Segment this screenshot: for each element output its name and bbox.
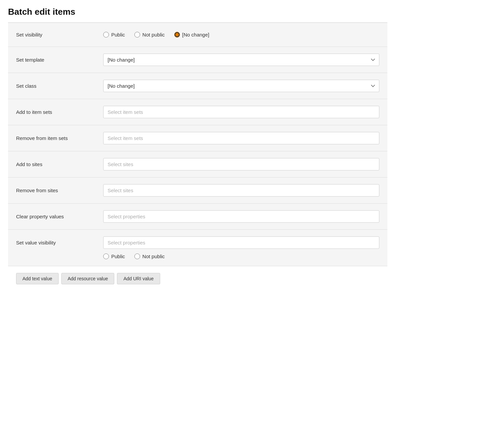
add-uri-value-button[interactable]: Add URI value (117, 273, 160, 284)
class-section: Set class [No change] (8, 73, 387, 99)
visibility-no-change-option[interactable]: [No change] (174, 32, 209, 38)
set-value-visibility-input-wrapper (103, 236, 379, 249)
visibility-public-option[interactable]: Public (103, 32, 125, 38)
visibility-public-radio[interactable] (103, 32, 109, 38)
visibility-public-label: Public (111, 32, 125, 38)
clear-property-section: Clear property values (8, 204, 387, 230)
add-resource-value-button[interactable]: Add resource value (61, 273, 115, 284)
set-value-visibility-input[interactable] (103, 236, 379, 249)
set-value-visibility-section: Set value visibility Public Not public (8, 230, 387, 266)
add-sites-input[interactable] (103, 158, 379, 170)
remove-sites-content (103, 184, 379, 197)
remove-sites-label: Remove from sites (16, 188, 103, 193)
add-text-value-button[interactable]: Add text value (16, 273, 59, 284)
page-title: Batch edit items (8, 7, 387, 17)
set-value-visibility-radios: Public Not public (16, 254, 379, 259)
add-item-sets-label: Add to item sets (16, 109, 103, 115)
class-content: [No change] (103, 80, 379, 92)
add-sites-content (103, 158, 379, 170)
sv-public-option[interactable]: Public (103, 254, 125, 259)
visibility-label: Set visibility (16, 32, 103, 38)
class-select[interactable]: [No change] (103, 80, 379, 92)
remove-item-sets-label: Remove from item sets (16, 135, 103, 141)
visibility-radio-group: Public Not public [No change] (103, 32, 379, 38)
sv-public-radio[interactable] (103, 254, 109, 259)
visibility-options: Public Not public [No change] (103, 32, 379, 38)
set-value-visibility-top: Set value visibility (16, 236, 379, 249)
visibility-no-change-label: [No change] (182, 32, 209, 38)
set-value-visibility-label: Set value visibility (16, 240, 103, 245)
sv-public-label: Public (111, 254, 125, 259)
clear-property-label: Clear property values (16, 214, 103, 219)
sv-not-public-label: Not public (142, 254, 165, 259)
remove-item-sets-content (103, 132, 379, 144)
template-select[interactable]: [No change] (103, 54, 379, 66)
remove-sites-section: Remove from sites (8, 177, 387, 204)
template-content: [No change] (103, 54, 379, 66)
add-sites-label: Add to sites (16, 161, 103, 167)
sv-not-public-radio[interactable] (134, 254, 140, 259)
template-section: Set template [No change] (8, 47, 387, 73)
visibility-section: Set visibility Public Not public [No cha… (8, 23, 387, 47)
visibility-no-change-radio[interactable] (174, 32, 180, 38)
clear-property-content (103, 210, 379, 223)
clear-property-input[interactable] (103, 210, 379, 223)
add-item-sets-section: Add to item sets (8, 99, 387, 125)
add-sites-section: Add to sites (8, 151, 387, 177)
visibility-not-public-option[interactable]: Not public (134, 32, 165, 38)
visibility-not-public-label: Not public (142, 32, 165, 38)
remove-sites-input[interactable] (103, 184, 379, 197)
remove-item-sets-input[interactable] (103, 132, 379, 144)
add-item-sets-content (103, 106, 379, 118)
sv-radio-group: Public Not public (103, 254, 379, 259)
class-label: Set class (16, 83, 103, 89)
template-label: Set template (16, 57, 103, 63)
add-item-sets-input[interactable] (103, 106, 379, 118)
remove-item-sets-section: Remove from item sets (8, 125, 387, 151)
sv-not-public-option[interactable]: Not public (134, 254, 165, 259)
visibility-not-public-radio[interactable] (134, 32, 140, 38)
action-buttons: Add text value Add resource value Add UR… (8, 266, 387, 288)
